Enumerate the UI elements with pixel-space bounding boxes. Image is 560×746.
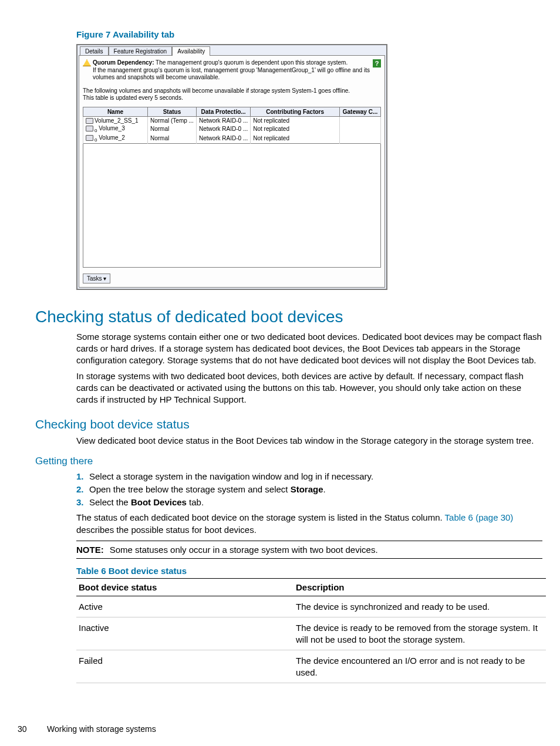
table-row[interactable]: Volume_2_SS_1 Normal (Temp ... Network R…: [83, 116, 381, 124]
cell-cf: Not replicated: [251, 124, 340, 134]
step-text: Select a storage system in the navigatio…: [89, 471, 373, 481]
cell-gw: [340, 124, 381, 134]
cell-dp: Network RAID-0 ...: [196, 134, 250, 144]
snapshot-icon: [86, 118, 93, 124]
paragraph: View dedicated boot device status in the…: [76, 435, 542, 447]
heading-checking-status: Checking status of dedicated boot device…: [35, 308, 542, 326]
table-row: Active The device is synchronized and re…: [76, 596, 546, 617]
footer-title: Working with storage systems: [47, 724, 156, 734]
steps-list: 1.Select a storage system in the navigat…: [76, 471, 542, 509]
paragraph: The status of each dedicated boot device…: [76, 512, 542, 536]
warning-line2: If the management group's quorum is lost…: [93, 67, 370, 81]
note-label: NOTE:: [76, 545, 104, 555]
table-header-row: Name Status Data Protectio... Contributi…: [83, 107, 381, 116]
p4-a: The status of each dedicated boot device…: [76, 512, 445, 522]
cell-status: Normal (Temp ...: [148, 116, 197, 124]
cell-cf: Not replicated: [251, 134, 340, 144]
step-text-post: tab.: [187, 497, 204, 507]
warning-icon: [83, 59, 91, 66]
warning-text: Quorum Dependency: The management group'…: [93, 59, 373, 82]
note-line1: The following volumes and snapshots will…: [83, 87, 350, 94]
page-footer: 30Working with storage systems: [18, 724, 542, 734]
paragraph: Some storage systems contain either one …: [76, 331, 542, 367]
step-text-pre: Select the: [89, 497, 131, 507]
step-number: 3.: [76, 497, 89, 508]
cell-gw: [340, 134, 381, 144]
p4-b: describes the possible status for boot d…: [76, 525, 257, 535]
col-data-protection[interactable]: Data Protectio...: [196, 107, 250, 116]
cell-gw: [340, 116, 381, 124]
col-gateway[interactable]: Gateway C...: [340, 107, 381, 116]
note-text: Some statuses only occur in a storage sy…: [110, 545, 378, 555]
cell-name: Volume_2_SS_1: [95, 117, 139, 124]
heading-checking-boot-device-status: Checking boot device status: [35, 417, 542, 431]
th-status: Boot device status: [76, 578, 294, 596]
cell-status: Inactive: [76, 617, 294, 650]
note-box: NOTE:Some statuses only occur in a stora…: [76, 541, 542, 559]
screenshot-note: The following volumes and snapshots will…: [83, 87, 381, 102]
cell-status: Normal: [148, 124, 197, 134]
boot-device-status-table: Boot device status Description Active Th…: [76, 578, 546, 684]
list-item: 1.Select a storage system in the navigat…: [92, 471, 542, 482]
figure-caption: Figure 7 Availability tab: [76, 29, 542, 39]
list-item: 3.Select the Boot Devices tab.: [92, 497, 542, 508]
col-status[interactable]: Status: [148, 107, 197, 116]
col-contributing-factors[interactable]: Contributing Factors: [251, 107, 340, 116]
help-icon[interactable]: ?: [373, 59, 381, 67]
tab-details[interactable]: Details: [80, 46, 109, 56]
tab-feature-registration[interactable]: Feature Registration: [109, 46, 173, 56]
table-blank-area: [83, 144, 381, 268]
th-description: Description: [294, 578, 546, 596]
warning-line1: The management group's quorum is depende…: [154, 59, 348, 66]
screenshot-tabs: Details Feature Registration Availabilit…: [79, 46, 385, 56]
table-row: Inactive The device is ready to be remov…: [76, 617, 546, 650]
step-number: 2.: [76, 484, 89, 495]
list-item: 2.Open the tree below the storage system…: [92, 484, 542, 495]
step-bold: Boot Devices: [131, 497, 187, 507]
note-line2: This table is updated every 5 seconds.: [83, 94, 183, 101]
page-number: 30: [18, 724, 47, 734]
availability-screenshot: Details Feature Registration Availabilit…: [76, 44, 387, 290]
table-row: Failed The device encountered an I/O err…: [76, 650, 546, 683]
cell-dp: Network RAID-0 ...: [196, 124, 250, 134]
volume-icon: [86, 126, 93, 131]
cell-cf: Not replicated: [251, 116, 340, 124]
table-caption: Table 6 Boot device status: [76, 566, 542, 576]
step-text-pre: Open the tree below the storage system a…: [89, 484, 291, 494]
cell-status: Active: [76, 596, 294, 617]
cell-dp: Network RAID-0 ...: [196, 116, 250, 124]
heading-getting-there: Getting there: [35, 455, 542, 467]
col-name[interactable]: Name: [83, 107, 148, 116]
table-header-row: Boot device status Description: [76, 578, 546, 596]
volume-icon: [86, 135, 93, 141]
table-row[interactable]: 0 Volume_2 Normal Network RAID-0 ... Not…: [83, 134, 381, 144]
cell-description: The device encountered an I/O error and …: [294, 650, 546, 683]
tasks-button[interactable]: Tasks ▾: [83, 274, 110, 283]
table-6-link[interactable]: Table 6 (page 30): [445, 512, 514, 522]
cell-description: The device is ready to be removed from t…: [294, 617, 546, 650]
table-row[interactable]: 0 Volume_3 Normal Network RAID-0 ... Not…: [83, 124, 381, 134]
cell-name: Volume_2: [99, 134, 124, 141]
availability-table: Name Status Data Protectio... Contributi…: [83, 107, 381, 144]
paragraph: In storage systems with two dedicated bo…: [76, 370, 542, 406]
step-text-post: .: [323, 484, 326, 494]
screenshot-content: Quorum Dependency: The management group'…: [79, 55, 385, 288]
cell-description: The device is synchronized and ready to …: [294, 596, 546, 617]
warning-label: Quorum Dependency:: [93, 59, 154, 66]
cell-name: Volume_3: [99, 125, 124, 131]
cell-status: Normal: [148, 134, 197, 144]
tab-availability[interactable]: Availability: [172, 46, 210, 56]
step-bold: Storage: [291, 484, 323, 494]
cell-status: Failed: [76, 650, 294, 683]
step-number: 1.: [76, 471, 89, 482]
